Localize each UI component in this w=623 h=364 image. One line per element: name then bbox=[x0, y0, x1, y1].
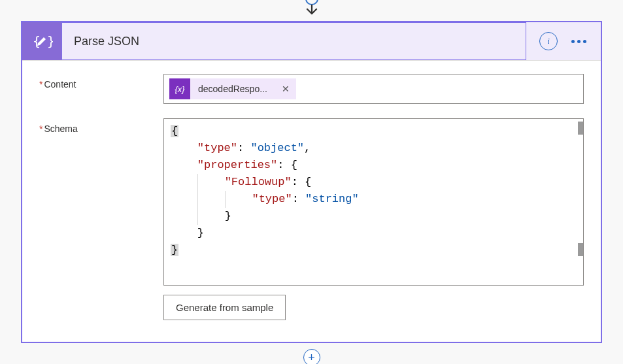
schema-editor[interactable]: { "type": "object", "properties": { "Fol… bbox=[163, 118, 584, 286]
scrollbar-thumb[interactable] bbox=[578, 122, 583, 135]
card-body: *Content {x} decodedRespo... ✕ *Schema bbox=[22, 61, 601, 342]
token-remove-button[interactable]: ✕ bbox=[275, 84, 296, 94]
token-label: decodedRespo... bbox=[190, 84, 275, 94]
svg-text:{: { bbox=[33, 33, 41, 49]
expression-token[interactable]: {x} decodedRespo... ✕ bbox=[169, 78, 296, 99]
schema-value: { "type": "object", "properties": { "Fol… bbox=[163, 118, 584, 320]
required-star: * bbox=[39, 79, 42, 90]
schema-label: *Schema bbox=[39, 118, 157, 134]
header-actions: i bbox=[526, 22, 601, 60]
action-icon: { } bbox=[22, 22, 61, 60]
card-title[interactable]: Parse JSON bbox=[61, 22, 526, 60]
card-header: { } Parse JSON i bbox=[22, 22, 601, 61]
content-label: *Content bbox=[39, 74, 157, 90]
content-value: {x} decodedRespo... ✕ bbox=[163, 74, 584, 104]
connector-top bbox=[305, 0, 319, 16]
parse-json-card: { } Parse JSON i *Content {x} decodedRes… bbox=[21, 21, 602, 343]
ellipsis-icon bbox=[571, 40, 586, 43]
generate-from-sample-button[interactable]: Generate from sample bbox=[163, 295, 286, 320]
add-step-button[interactable]: + bbox=[303, 349, 320, 364]
svg-text:}: } bbox=[47, 33, 53, 49]
scrollbar-thumb[interactable] bbox=[578, 243, 583, 256]
required-star: * bbox=[39, 124, 42, 134]
info-button[interactable]: i bbox=[539, 32, 558, 50]
arrow-down-icon bbox=[305, 5, 319, 16]
content-field-row: *Content {x} decodedRespo... ✕ bbox=[39, 74, 584, 104]
content-input[interactable]: {x} decodedRespo... ✕ bbox=[163, 74, 584, 104]
more-button[interactable] bbox=[569, 32, 588, 50]
schema-field-row: *Schema { "type": "object", "properties"… bbox=[39, 118, 584, 320]
brace-edit-icon: { } bbox=[31, 30, 53, 52]
fx-icon: {x} bbox=[169, 78, 190, 99]
connector-bottom: + bbox=[303, 349, 320, 364]
